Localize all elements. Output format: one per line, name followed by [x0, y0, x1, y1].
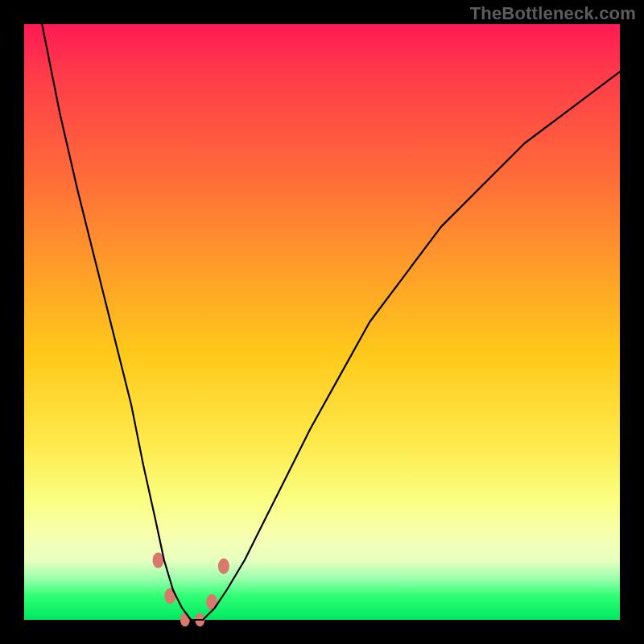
credit-watermark: TheBottleneck.com — [470, 3, 636, 24]
outer-frame: TheBottleneck.com — [0, 0, 644, 644]
chart-overlay — [24, 24, 620, 620]
marker-group — [153, 552, 229, 626]
v-curve-path — [42, 24, 620, 620]
curve-marker-5 — [218, 559, 229, 575]
